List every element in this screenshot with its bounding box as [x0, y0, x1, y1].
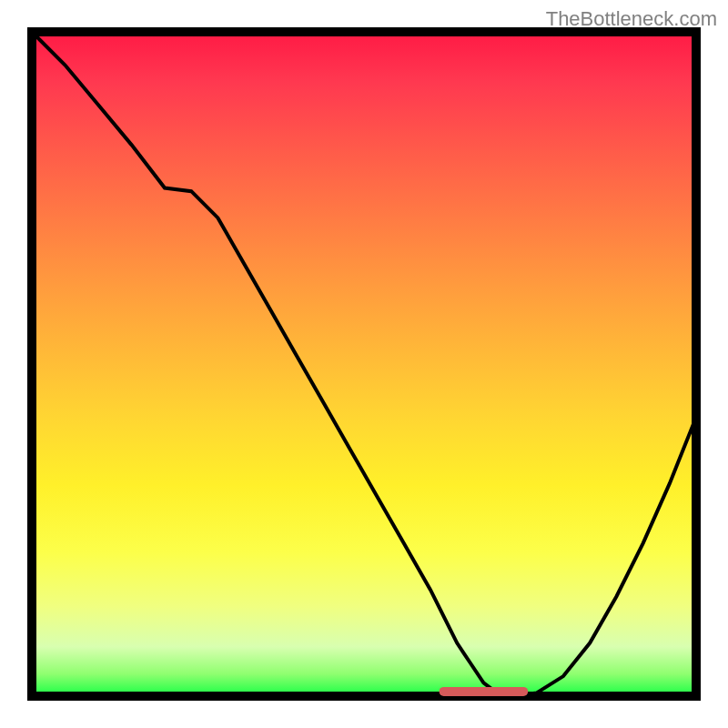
chart-container: TheBottleneck.com: [0, 0, 728, 728]
watermark-text: TheBottleneck.com: [546, 7, 717, 31]
chart-gradient-background: [27, 27, 701, 701]
